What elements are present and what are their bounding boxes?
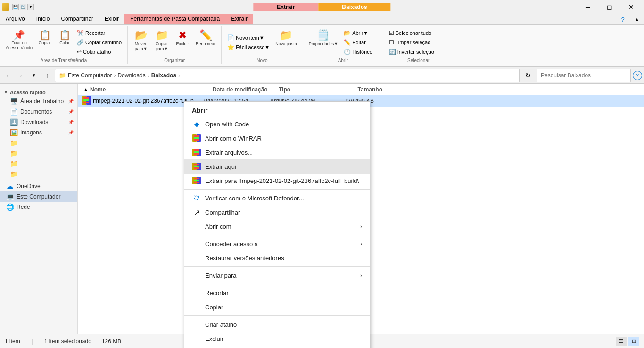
- ctx-item-extrair-aqui[interactable]: Extrair aqui: [184, 159, 370, 174]
- ctx-item-extrair-arquivos[interactable]: Extrair arquivos...: [184, 145, 370, 159]
- submenu-arrow-enviar: ›: [360, 273, 362, 278]
- close-button[interactable]: ✕: [620, 0, 642, 14]
- help-button[interactable]: ?: [616, 14, 630, 25]
- addressbar: ‹ › ▼ ↑ 📁 Este Computador › Downloads › …: [0, 67, 644, 84]
- ctx-item-winrar[interactable]: Abrir com o WinRAR: [184, 131, 370, 145]
- sidebar-item-folder1[interactable]: 📁: [0, 138, 77, 148]
- ctx-item-defender[interactable]: 🛡 Verificar com o Microsoft Defender...: [184, 191, 370, 205]
- sidebar-item-images[interactable]: 🖼️ Imagens 📌: [0, 127, 77, 138]
- sidebar-item-computer[interactable]: 💻 Este Computador: [0, 191, 77, 202]
- btn-copiar[interactable]: 📋 Copiar: [35, 28, 54, 46]
- ctx-item-recortar[interactable]: Recortar: [184, 286, 370, 300]
- sidebar-item-network[interactable]: 🌐 Rede: [0, 202, 77, 212]
- col-date-header[interactable]: Data de modificação: [213, 86, 279, 93]
- recent-button[interactable]: ▼: [28, 70, 40, 81]
- maximize-button[interactable]: ◻: [599, 0, 620, 14]
- help-icon[interactable]: ?: [633, 71, 642, 80]
- sidebar-item-desktop[interactable]: 🖥️ Área de Trabalho 📌: [0, 96, 77, 107]
- btn-fixar[interactable]: 📌 Fixar noAcesso rápido: [4, 28, 34, 51]
- sidebar-group-quick-access[interactable]: ▼ Acesso rápido: [0, 88, 77, 96]
- ctx-item-criar-atalho[interactable]: Criar atalho: [184, 317, 370, 331]
- svg-rect-9: [194, 139, 199, 141]
- status-size: 126 MB: [102, 338, 121, 345]
- desktop-label: Área de Trabalho: [20, 98, 64, 105]
- ctx-item-renomear[interactable]: Renomear: [184, 346, 370, 348]
- ctx-item-extrair-para[interactable]: Extrair para ffmpeg-2021-02-02-git-2367a…: [184, 174, 370, 188]
- ribbon-tabs: Arquivo Início Compartilhar Exibir Ferra…: [0, 14, 644, 25]
- refresh-button[interactable]: ↻: [521, 69, 535, 82]
- col-name-header[interactable]: Nome: [90, 86, 213, 93]
- btn-inverter-selecao[interactable]: 🔄Inverter seleção: [387, 48, 436, 56]
- tab-arquivo[interactable]: Arquivo: [0, 14, 31, 24]
- group-label-novo: Novo: [225, 57, 299, 64]
- ctx-item-compartilhar[interactable]: ↗ Compartilhar: [184, 205, 370, 219]
- address-path[interactable]: 📁 Este Computador › Downloads › Baixados…: [55, 69, 520, 82]
- sidebar-item-folder2[interactable]: 📁: [0, 148, 77, 158]
- ctx-item-open-code[interactable]: ◆ Open with Code: [184, 117, 370, 131]
- ctx-item-copiar[interactable]: Copiar: [184, 300, 370, 314]
- svg-rect-22: [194, 178, 199, 179]
- search-input[interactable]: [537, 69, 631, 82]
- forward-button[interactable]: ›: [15, 70, 26, 81]
- btn-renomear[interactable]: ✏️ Renomear: [194, 28, 217, 47]
- ctx-item-restaurar[interactable]: Restaurar versões anteriores: [184, 251, 370, 265]
- btn-colar[interactable]: 📋 Colar: [55, 28, 74, 46]
- tab-extrair[interactable]: Extrair: [225, 14, 253, 24]
- sidebar-item-onedrive[interactable]: ☁ OneDrive: [0, 181, 77, 191]
- btn-editar[interactable]: ✏️Editar: [342, 38, 374, 47]
- btn-nova-pasta[interactable]: 📁 Nova pasta: [273, 28, 299, 47]
- tab-compartilhar[interactable]: Compartilhar: [55, 14, 99, 24]
- back-button[interactable]: ‹: [2, 70, 13, 81]
- btn-novo-item[interactable]: 📄Novo item▼: [225, 33, 272, 42]
- btn-limpar-selecao[interactable]: ☐Limpar seleção: [387, 38, 436, 47]
- computer-label: Este Computador: [17, 193, 60, 200]
- separator-1: [184, 189, 370, 190]
- sidebar-item-folder3[interactable]: 📁: [0, 158, 77, 169]
- btn-copiar-caminho[interactable]: 🔗Copiar caminho: [75, 38, 124, 47]
- toolbar-btn[interactable]: ↩️: [20, 4, 26, 10]
- sidebar-item-downloads[interactable]: ⬇️ Downloads 📌: [0, 117, 77, 127]
- ctx-item-abrir-header[interactable]: Abrir: [184, 104, 370, 117]
- folder-icon: 📁: [9, 149, 18, 157]
- ctx-item-excluir[interactable]: Excluir: [184, 331, 370, 346]
- access-icon: [192, 239, 201, 249]
- btn-copiar-para[interactable]: 📁 Copiarpara▼: [152, 28, 171, 52]
- desktop-icon: 🖥️: [9, 98, 18, 105]
- rename-icon: ✏️: [199, 29, 212, 41]
- btn-recortar[interactable]: ✂️Recortar: [75, 29, 124, 37]
- ribbon-collapse[interactable]: ▲: [630, 14, 644, 25]
- col-size-header[interactable]: Tamanho: [335, 86, 382, 93]
- ctx-item-abrir-com[interactable]: Abrir com ›: [184, 219, 370, 233]
- btn-abrir[interactable]: 📂Abrir▼: [342, 29, 374, 37]
- sidebar-item-folder4[interactable]: 📁: [0, 169, 77, 179]
- crumb-computer[interactable]: Este Computador: [68, 72, 112, 79]
- ctx-item-enviar-para[interactable]: Enviar para ›: [184, 268, 370, 282]
- crumb-downloads[interactable]: Downloads: [117, 72, 145, 79]
- extract-to-icon: [192, 176, 201, 185]
- minimize-button[interactable]: ─: [577, 0, 599, 14]
- btn-selecionar-tudo[interactable]: ☑Selecionar tudo: [387, 29, 436, 37]
- btn-propriedades[interactable]: 🗒️ Propriedades▼: [307, 28, 340, 47]
- btn-colar-atalho[interactable]: ↩Colar atalho: [75, 48, 124, 56]
- window-controls: ─ ◻ ✕: [577, 0, 642, 14]
- tab-inicio[interactable]: Início: [31, 14, 56, 24]
- toolbar-btn[interactable]: ▼: [27, 4, 34, 10]
- toolbar-btn[interactable]: 💾: [12, 4, 19, 10]
- btn-excluir[interactable]: ✖ Excluir: [173, 28, 192, 47]
- network-label: Rede: [17, 204, 30, 210]
- sidebar-item-docs[interactable]: 📄 Documentos 📌: [0, 107, 77, 117]
- tab-ferramentas[interactable]: Ferramentas de Pasta Compactada: [124, 14, 225, 24]
- col-type-header[interactable]: Tipo: [279, 86, 335, 93]
- btn-historico[interactable]: 🕐Histórico: [342, 48, 374, 56]
- btn-mover[interactable]: 📂 Moverpara▼: [132, 28, 150, 52]
- delete-icon: [192, 334, 201, 343]
- view-list-button[interactable]: ☰: [616, 337, 627, 346]
- tab-exibir[interactable]: Exibir: [99, 14, 124, 24]
- history-icon: 🕐: [344, 49, 351, 55]
- btn-facil-acesso[interactable]: ⭐Fácil acesso▼: [225, 43, 272, 51]
- view-details-button[interactable]: ⊞: [628, 337, 639, 346]
- ctx-item-conceder[interactable]: Conceder acesso a ›: [184, 237, 370, 251]
- up-button[interactable]: ↑: [41, 70, 53, 81]
- crumb-baixados[interactable]: Baixados: [151, 72, 176, 79]
- svg-rect-14: [194, 153, 199, 155]
